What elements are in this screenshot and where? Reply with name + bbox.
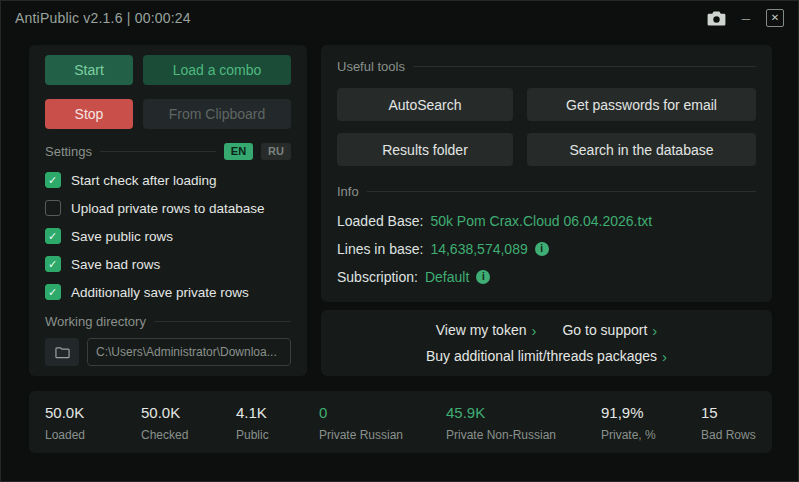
- checkbox-label: Additionally save private rows: [71, 285, 249, 300]
- go-support-link[interactable]: Go to support ›: [562, 322, 657, 339]
- lines-in-base-value: 14,638,574,089: [430, 239, 527, 259]
- settings-checkbox-list: Start check after loading Upload private…: [45, 172, 291, 300]
- chevron-right-icon: ›: [662, 348, 667, 365]
- divider: [100, 151, 216, 152]
- stat-label: Private, %: [601, 428, 656, 442]
- divider: [154, 321, 291, 322]
- stat-private-non-russian: 45.9K Private Non-Russian: [446, 404, 556, 442]
- start-button[interactable]: Start: [45, 55, 133, 85]
- view-token-link[interactable]: View my token ›: [436, 322, 537, 339]
- run-buttons: Start Load a combo Stop From Clipboard: [45, 55, 291, 129]
- stat-value: 50.0K: [141, 404, 188, 421]
- working-directory-header: Working directory: [45, 314, 291, 329]
- subscription-value: Default: [425, 267, 469, 287]
- info-rows: Loaded Base: 50k Pom Crax.Cloud 06.04.20…: [337, 211, 756, 287]
- stat-label: Public: [236, 428, 269, 442]
- info-header: Info: [337, 184, 756, 199]
- checkbox[interactable]: [45, 200, 61, 216]
- buy-packages-label: Buy additional limit/threads packages: [426, 348, 657, 364]
- autosearch-button[interactable]: AutoSearch: [337, 88, 513, 121]
- app-window: AntiPublic v2.1.6 | 00:00:24 – ✕ Start L…: [0, 0, 799, 482]
- chevron-right-icon: ›: [652, 322, 657, 339]
- folder-icon[interactable]: [45, 338, 79, 366]
- control-panel: Start Load a combo Stop From Clipboard S…: [29, 45, 307, 376]
- view-token-label: View my token: [436, 322, 527, 338]
- divider: [413, 66, 756, 67]
- stat-value: 91,9%: [601, 404, 656, 421]
- go-support-label: Go to support: [562, 322, 647, 338]
- stat-value: 0: [319, 404, 403, 421]
- stat-label: Private Russian: [319, 428, 403, 442]
- stat-loaded: 50.0K Loaded: [45, 404, 85, 442]
- checkbox-label: Save bad rows: [71, 257, 160, 272]
- buy-packages-link[interactable]: Buy additional limit/threads packages ›: [426, 348, 667, 365]
- lines-in-base-label: Lines in base:: [337, 239, 423, 259]
- stat-label: Private Non-Russian: [446, 428, 556, 442]
- lang-ru-toggle[interactable]: RU: [261, 143, 291, 160]
- minimize-icon[interactable]: –: [742, 9, 750, 26]
- stat-public: 4.1K Public: [236, 404, 269, 442]
- checkbox-row-upload-private[interactable]: Upload private rows to database: [45, 200, 291, 216]
- checkbox-row-start-check[interactable]: Start check after loading: [45, 172, 291, 188]
- divider: [367, 191, 756, 192]
- stat-bad-rows: 15 Bad Rows: [701, 404, 756, 442]
- lang-en-toggle[interactable]: EN: [224, 143, 253, 160]
- stat-value: 15: [701, 404, 756, 421]
- links-row-1: View my token › Go to support ›: [333, 322, 760, 339]
- checkbox[interactable]: [45, 284, 61, 300]
- info-icon[interactable]: i: [476, 270, 490, 284]
- stat-label: Bad Rows: [701, 428, 756, 442]
- stat-value: 50.0K: [45, 404, 85, 421]
- info-icon[interactable]: i: [535, 242, 549, 256]
- subscription-row: Subscription: Default i: [337, 267, 756, 287]
- loaded-base-value: 50k Pom Crax.Cloud 06.04.2026.txt: [430, 211, 652, 231]
- loaded-base-label: Loaded Base:: [337, 211, 423, 231]
- checkbox-label: Upload private rows to database: [71, 201, 265, 216]
- subscription-label: Subscription:: [337, 267, 418, 287]
- checkbox-label: Start check after loading: [71, 173, 217, 188]
- checkbox-row-save-public[interactable]: Save public rows: [45, 228, 291, 244]
- info-label: Info: [337, 184, 359, 199]
- lines-in-base-row: Lines in base: 14,638,574,089 i: [337, 239, 756, 259]
- checkbox[interactable]: [45, 256, 61, 272]
- links-panel: View my token › Go to support › Buy addi…: [321, 310, 772, 376]
- search-database-button[interactable]: Search in the database: [527, 133, 756, 166]
- settings-header: Settings EN RU: [45, 143, 291, 160]
- window-controls: – ✕: [707, 9, 784, 27]
- window-title: AntiPublic v2.1.6 | 00:00:24: [15, 10, 191, 26]
- working-directory-input[interactable]: [87, 338, 291, 366]
- useful-tools-header: Useful tools: [337, 59, 756, 74]
- get-passwords-button[interactable]: Get passwords for email: [527, 88, 756, 121]
- stat-private-percent: 91,9% Private, %: [601, 404, 656, 442]
- stat-value: 45.9K: [446, 404, 556, 421]
- settings-label: Settings: [45, 144, 92, 159]
- screenshot-camera-icon[interactable]: [707, 11, 726, 26]
- working-directory-row: [45, 338, 291, 366]
- links-row-2: Buy additional limit/threads packages ›: [333, 348, 760, 365]
- load-combo-button[interactable]: Load a combo: [143, 55, 291, 85]
- stat-label: Loaded: [45, 428, 85, 442]
- checkbox-row-save-bad[interactable]: Save bad rows: [45, 256, 291, 272]
- checkbox-row-save-private[interactable]: Additionally save private rows: [45, 284, 291, 300]
- stat-private-russian: 0 Private Russian: [319, 404, 403, 442]
- stop-button[interactable]: Stop: [45, 99, 133, 129]
- tools-buttons: AutoSearch Get passwords for email Resul…: [337, 88, 756, 166]
- stats-bar: 50.0K Loaded 50.0K Checked 4.1K Public 0…: [29, 391, 772, 453]
- tools-info-panel: Useful tools AutoSearch Get passwords fo…: [321, 45, 772, 302]
- stat-checked: 50.0K Checked: [141, 404, 188, 442]
- checkbox-label: Save public rows: [71, 229, 173, 244]
- useful-tools-label: Useful tools: [337, 59, 405, 74]
- checkbox[interactable]: [45, 228, 61, 244]
- results-folder-button[interactable]: Results folder: [337, 133, 513, 166]
- from-clipboard-button[interactable]: From Clipboard: [143, 99, 291, 129]
- titlebar: AntiPublic v2.1.6 | 00:00:24 – ✕: [1, 1, 798, 35]
- working-directory-label: Working directory: [45, 314, 146, 329]
- checkbox[interactable]: [45, 172, 61, 188]
- stat-label: Checked: [141, 428, 188, 442]
- loaded-base-row: Loaded Base: 50k Pom Crax.Cloud 06.04.20…: [337, 211, 756, 231]
- close-icon[interactable]: ✕: [766, 9, 784, 27]
- stat-value: 4.1K: [236, 404, 269, 421]
- chevron-right-icon: ›: [531, 322, 536, 339]
